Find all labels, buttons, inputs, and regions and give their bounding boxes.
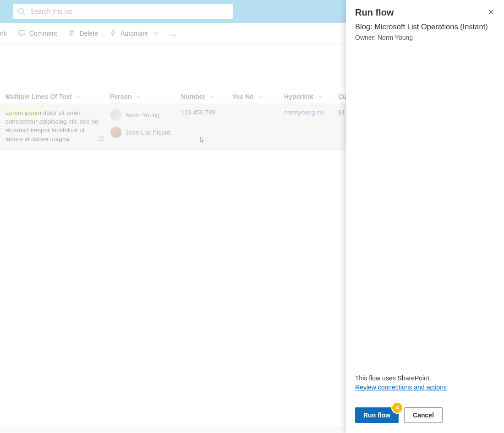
svg-line-1 [23,13,25,15]
column-header-number[interactable]: Number [181,93,232,100]
panel-title: Run flow [355,7,394,18]
column-header-label: Hyperlink [284,93,313,100]
chevron-down-icon [136,94,141,99]
column-header-text[interactable]: Multiple Lines Of Text [5,93,106,100]
cell-yesno [232,109,284,144]
cell-hyperlink: normyoung.ca [284,109,338,144]
cmd-delete[interactable]: Delete [62,23,103,43]
chevron-down-icon [318,94,323,99]
chevron-down-icon [153,31,159,36]
cmd-comment[interactable]: Comment [12,23,63,43]
cell-text-highlight: Lorem ipsum [5,109,41,116]
column-header-hyperlink[interactable]: Hyperlink [284,93,338,100]
column-header-label: Person [110,93,131,100]
panel-note: This flow uses SharePoint. [355,374,495,382]
cmd-automate[interactable]: Automate [104,23,164,43]
cell-hyperlink-link[interactable]: normyoung.ca [284,109,323,116]
panel-owner: Owner: Norm Young [355,34,495,41]
close-icon [488,8,495,16]
automate-icon [109,29,117,37]
column-header-label: Yes No [232,93,254,100]
cmd-automate-label: Automate [121,30,148,37]
cmd-link-label: nk [0,30,7,37]
avatar [110,109,122,121]
person-name: Jean-Luc Picard [126,129,170,136]
cell-text: Lorem ipsum dolor sit amet, consectetur … [5,109,106,144]
step-badge: 4 [392,403,402,413]
run-flow-panel: Run flow Blog: Microsoft List Operations… [346,0,504,433]
person-chip[interactable]: Norm Young [110,109,181,121]
cmd-comment-label: Comment [29,30,57,37]
person-name: Norm Young [126,112,159,119]
column-header-person[interactable]: Person [110,93,181,100]
cell-person: Norm Young Jean-Luc Picard [110,109,181,144]
cmd-link[interactable]: nk [0,23,12,43]
panel-body [346,46,504,367]
panel-subtitle: Blog: Microsoft List Operations (Instant… [355,22,495,31]
search-box[interactable] [13,4,233,19]
avatar [110,126,122,138]
panel-close-button[interactable] [488,7,495,18]
svg-point-4 [22,32,22,33]
trash-icon [68,29,76,37]
cmd-delete-label: Delete [79,30,98,37]
run-flow-button[interactable]: Run flow 4 [355,407,399,423]
person-chip[interactable]: Jean-Luc Picard [110,126,181,138]
chevron-down-icon [258,94,263,99]
column-header-label: Multiple Lines Of Text [5,93,71,100]
svg-point-5 [22,32,23,33]
svg-point-0 [18,8,23,13]
more-horizontal-icon [170,30,178,37]
column-header-yesno[interactable]: Yes No [232,93,284,100]
svg-point-3 [20,32,21,33]
search-input[interactable] [29,7,228,16]
chevron-down-icon [76,94,81,99]
search-icon [17,7,26,16]
run-flow-button-label: Run flow [363,411,390,419]
review-connections-link[interactable]: Review connections and actions [355,384,447,391]
comment-icon [18,29,26,37]
cancel-button-label: Cancel [413,411,434,419]
chevron-down-icon [210,94,215,99]
open-item-button[interactable] [98,135,104,145]
cell-number: 123,456,789 [181,109,232,144]
column-header-label: Cu [338,93,347,100]
open-in-new-icon [98,135,104,142]
cancel-button[interactable]: Cancel [404,407,443,423]
column-header-label: Number [181,93,205,100]
cmd-more[interactable] [164,23,183,43]
